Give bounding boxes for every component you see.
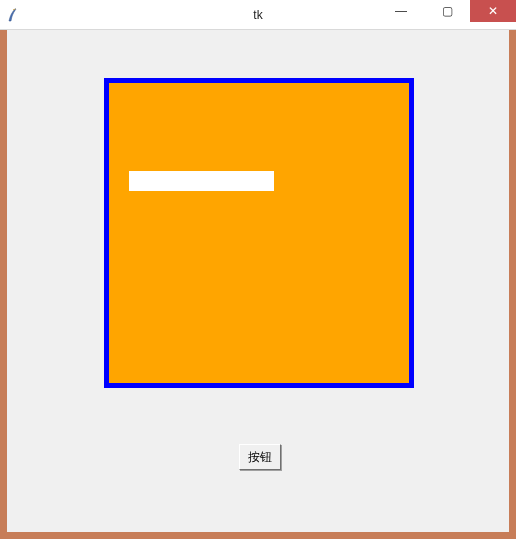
maximize-icon: ▢ [442,5,453,17]
close-icon: ✕ [488,5,498,17]
window-title: tk [253,8,262,22]
colored-frame [104,78,414,388]
titlebar: tk — ▢ ✕ [0,0,516,30]
app-icon [6,7,22,23]
minimize-button[interactable]: — [378,0,424,22]
close-button[interactable]: ✕ [470,0,516,22]
maximize-button[interactable]: ▢ [424,0,470,22]
minimize-icon: — [395,5,407,17]
action-button[interactable]: 按钮 [239,444,281,470]
text-entry[interactable] [129,171,274,191]
client-area: 按钮 [7,30,509,532]
window-controls: — ▢ ✕ [378,0,516,29]
